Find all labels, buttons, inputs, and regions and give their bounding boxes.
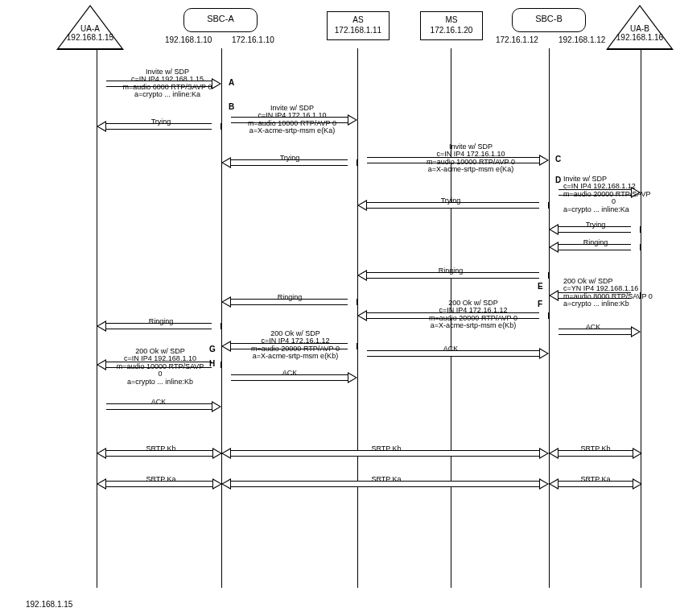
invite3-text: Invite w/ SDP c=IN IP4 172.16.1.10 m=aud… [402, 143, 539, 174]
ua-b-title: UA-B [630, 24, 649, 33]
sbc-b-ip-right: 192.168.1.12 [559, 35, 605, 44]
sbc-b-node: SBC-B [512, 8, 586, 32]
sbc-a-ip-right: 172.16.1.10 [232, 35, 274, 44]
ringing1-text: Ringing [137, 318, 185, 325]
ringing4-text: Ringing [571, 239, 620, 246]
marker-f: F [538, 300, 542, 308]
lifeline-sbc-b [549, 48, 550, 588]
trying1-text: Trying [137, 118, 185, 126]
lifeline-ua-b [641, 48, 641, 588]
trying3-text: Trying [427, 197, 475, 205]
ack3-text: ACK [431, 345, 471, 353]
trying2-text: Trying [266, 155, 314, 162]
ack1-text: ACK [138, 399, 179, 406]
sbc-a-node: SBC-A [183, 8, 258, 32]
ack4-text: ACK [573, 324, 613, 331]
srtp-ka-1-text: SRTP Ka [133, 476, 189, 483]
lifeline-sbc-a [221, 48, 222, 588]
marker-d: D [555, 176, 561, 184]
marker-a: A [229, 78, 234, 87]
ms-title: MS [446, 15, 458, 24]
as-ip: 172.168.1.11 [335, 26, 381, 35]
marker-b: B [229, 102, 234, 111]
sbc-a-ip-left: 192.168.1.10 [165, 35, 212, 44]
invite1-text: Invite w/ SDP c=IN IP4 192.168.1.15 m=au… [119, 68, 216, 99]
srtp-kb-2-text: SRTP Kb [358, 445, 414, 453]
marker-h: H [209, 359, 215, 368]
sbc-a-title: SBC-A [207, 14, 234, 23]
trying4-text: Trying [571, 221, 620, 229]
ok3-text: 200 Ok w/ SDP c=IN IP4 172.16.1.12 m=aud… [235, 330, 356, 361]
marker-c: C [555, 155, 561, 163]
ua-b-ip: 192.168.1.16 [616, 33, 663, 42]
ua-a-ip: 192.168.1.15 [67, 33, 113, 42]
ack2-text: ACK [270, 370, 310, 377]
srtp-ka-2-text: SRTP Ka [358, 476, 414, 483]
ok4-text: 200 Ok w/ SDP c=IN IP4 192.168.1.10 m=au… [108, 348, 212, 386]
ua-a-title: UA-A [80, 24, 100, 33]
ok2-text: 200 Ok w/ SDP c=IN IP4 172.16.1.12 m=aud… [401, 300, 546, 330]
ua-b-label: UA-B 192.168.1.16 [606, 24, 674, 42]
ms-node: MS 172.16.1.20 [420, 11, 483, 40]
sbc-b-ip-left: 172.16.1.12 [496, 35, 538, 44]
srtp-kb-1-text: SRTP Kb [133, 445, 189, 453]
ringing2-text: Ringing [266, 294, 314, 301]
ms-ip: 172.16.1.20 [431, 26, 473, 35]
as-title: AS [352, 15, 363, 24]
ok1-text: 200 Ok w/ SDP c=YN IP4 192.168.1.16 m=au… [563, 278, 664, 308]
ua-a-label: UA-A 192.168.1.15 [56, 24, 124, 42]
srtp-kb-3-text: SRTP Kb [567, 445, 624, 453]
footnote-ip: 192.168.1.15 [26, 600, 72, 609]
marker-e: E [538, 282, 543, 291]
invite2-text: Invite w/ SDP c=IN IP4 172.16.1.10 m=aud… [240, 105, 344, 135]
marker-g: G [209, 345, 216, 353]
srtp-ka-3-text: SRTP Ka [567, 476, 624, 483]
ringing3-text: Ringing [427, 267, 475, 275]
invite4-text: Invite w/ SDP c=IN IP4 192.168.1.12 m=au… [563, 176, 664, 213]
as-node: AS 172.168.1.11 [327, 11, 390, 40]
sbc-b-title: SBC-B [535, 14, 563, 23]
